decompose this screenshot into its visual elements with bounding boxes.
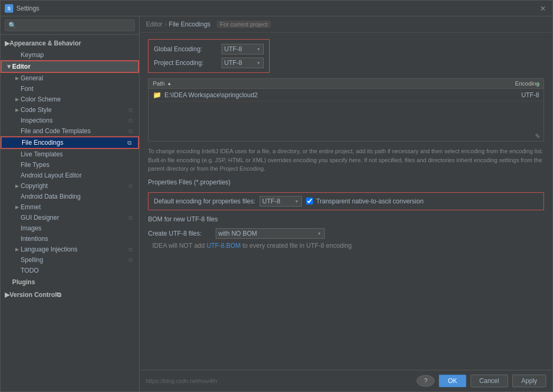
copy-icon: ⧉ (128, 117, 135, 124)
expand-arrow: ▶ (13, 247, 21, 252)
encoding-cell: UTF-8 (476, 91, 539, 99)
add-button[interactable]: + (533, 80, 542, 89)
sidebar-item-label: Live Templates (21, 151, 63, 158)
main-panel: Editor › File Encodings For current proj… (140, 16, 552, 391)
breadcrumb: Editor › File Encodings For current proj… (140, 16, 552, 33)
table-body: 📁 E:\IDEA Workspace\springcloud2 UTF-8 (149, 89, 543, 141)
bom-create-label: Create UTF-8 files: (148, 230, 211, 237)
table-header: Path ▲ Encoding (149, 79, 543, 89)
sidebar-item-language-injections[interactable]: ▶ Language Injections ⧉ (1, 244, 139, 255)
sidebar-item-live-templates[interactable]: Live Templates (1, 149, 139, 160)
expand-arrow: ▶ (13, 107, 21, 113)
sidebar-item-editor[interactable]: ▼ Editor (1, 60, 139, 73)
breadcrumb-sep: › (164, 21, 167, 28)
path-cell: 📁 E:\IDEA Workspace\springcloud2 (153, 91, 476, 99)
sidebar-item-label: Language Injections (21, 246, 77, 253)
sidebar-item-copyright[interactable]: ▶ Copyright ⧉ (1, 181, 139, 191)
sidebar-item-label: Keymap (21, 51, 44, 59)
sidebar-item-gui-designer[interactable]: GUI Designer ⧉ (1, 212, 139, 223)
sidebar-item-label: General (21, 74, 43, 82)
close-button[interactable]: ✕ (538, 3, 548, 14)
folder-icon: 📁 (153, 91, 161, 99)
transparent-checkbox-label[interactable]: Transparent native-to-ascii conversion (316, 198, 423, 205)
transparent-checkbox[interactable] (306, 198, 313, 204)
sidebar-item-general[interactable]: ▶ General (1, 73, 139, 83)
sidebar-item-todo[interactable]: TODO (1, 265, 139, 276)
sidebar-item-code-style[interactable]: ▶ Code Style ⧉ (1, 105, 139, 115)
app-icon: S (5, 4, 13, 13)
sidebar-item-emmet[interactable]: ▶ Emmet (1, 202, 139, 212)
bom-info-after: to every created file in UTF-8 encoding (241, 242, 352, 249)
sidebar-item-inspections[interactable]: Inspections ⧉ (1, 115, 139, 126)
info-text: To change encoding IntelliJ IDEA uses fo… (148, 147, 544, 173)
copy-icon: ⧉ (128, 246, 135, 253)
bom-row: Create UTF-8 files: with NO BOM with BOM… (148, 228, 544, 239)
sidebar-item-images[interactable]: Images (1, 223, 139, 234)
sidebar-item-label: GUI Designer (21, 214, 59, 221)
bom-title: BOM for new UTF-8 files (148, 216, 544, 223)
search-input[interactable] (5, 20, 135, 31)
cancel-button[interactable]: Cancel (471, 375, 508, 387)
bom-link[interactable]: UTF-8.BOM (206, 242, 241, 249)
sidebar-item-label: Code Style (21, 106, 52, 114)
sidebar-item-font[interactable]: Font (1, 83, 139, 94)
sidebar-item-label: Emmet (21, 203, 41, 211)
sidebar-item-appearance[interactable]: ▶ Appearance & Behavior (1, 37, 139, 50)
sidebar-item-label: File and Code Templates (21, 127, 91, 135)
copy-icon: ⧉ (57, 291, 61, 298)
bom-select[interactable]: with NO BOM with BOM with BOM if Windows… (216, 228, 325, 239)
table-row[interactable]: 📁 E:\IDEA Workspace\springcloud2 UTF-8 (149, 89, 543, 101)
help-button[interactable]: ? (417, 375, 435, 387)
project-encoding-select-wrapper: UTF-8 UTF-16 ISO-8859-1 (222, 58, 264, 68)
expand-arrow: ▶ (5, 291, 10, 298)
project-encoding-row: Project Encoding: UTF-8 UTF-16 ISO-8859-… (154, 58, 264, 68)
expand-arrow: ▶ (13, 204, 21, 210)
project-encoding-select[interactable]: UTF-8 UTF-16 ISO-8859-1 (222, 58, 264, 68)
copy-icon: ⧉ (127, 139, 134, 146)
transparent-checkbox-row: Transparent native-to-ascii conversion (306, 198, 423, 205)
sidebar-item-label: Android Data Binding (21, 193, 80, 200)
sidebar-item-color-scheme[interactable]: ▶ Color Scheme (1, 94, 139, 105)
breadcrumb-current: File Encodings (169, 21, 210, 28)
sidebar-item-label: Version Control (10, 291, 57, 298)
sidebar-item-label: Images (21, 225, 41, 232)
sidebar-item-file-encodings[interactable]: File Encodings ⧉ (1, 136, 139, 149)
sidebar-item-file-templates[interactable]: File and Code Templates ⧉ (1, 126, 139, 136)
global-encoding-select[interactable]: UTF-8 UTF-16 ISO-8859-1 (222, 44, 264, 54)
sidebar-item-keymap[interactable]: Keymap (1, 50, 139, 60)
properties-inner: Default encoding for properties files: U… (148, 192, 544, 210)
sidebar-item-label: Appearance & Behavior (10, 40, 81, 47)
props-encoding-select[interactable]: UTF-8 UTF-16 ISO-8859-1 (260, 196, 302, 207)
path-value: E:\IDEA Workspace\springcloud2 (164, 91, 258, 99)
sidebar-item-version-control[interactable]: ▶ Version Control ⧉ (1, 288, 139, 301)
sidebar-item-spelling[interactable]: Spelling ⧉ (1, 255, 139, 265)
sidebar-item-plugins[interactable]: Plugins (1, 276, 139, 288)
sidebar-item-label: Plugins (12, 278, 35, 286)
copy-icon: ⧉ (128, 107, 135, 114)
sidebar-item-label: TODO (21, 267, 39, 274)
content-area: ▶ Appearance & Behavior Keymap ▼ Editor … (1, 16, 552, 391)
expand-arrow: ▶ (13, 97, 21, 102)
apply-button[interactable]: Apply (512, 375, 546, 387)
expand-arrow: ▶ (13, 183, 21, 189)
search-box (1, 16, 139, 35)
sidebar-item-label: File Encodings (22, 139, 63, 146)
global-encoding-label: Global Encoding: (154, 45, 217, 53)
sidebar-item-android-data-binding[interactable]: Android Data Binding (1, 191, 139, 202)
project-tag: For current project (217, 21, 271, 28)
col-encoding-header: Encoding (476, 80, 539, 87)
expand-arrow: ▶ (5, 40, 10, 47)
sidebar-item-label: File Types (21, 161, 49, 169)
copy-icon: ⧉ (128, 128, 135, 135)
settings-window: S Settings ✕ ▶ Appearance & Behavior Key… (0, 0, 553, 392)
properties-title: Properties Files (*.properties) (148, 179, 544, 186)
encoding-section: Global Encoding: UTF-8 UTF-16 ISO-8859-1… (148, 39, 270, 73)
sidebar: ▶ Appearance & Behavior Keymap ▼ Editor … (1, 16, 140, 391)
footer: https://blog.csdn.net/nov4th ? OK Cancel… (140, 370, 552, 391)
sidebar-item-android-layout[interactable]: Android Layout Editor (1, 170, 139, 181)
sidebar-item-intentions[interactable]: Intentions (1, 234, 139, 244)
ok-button[interactable]: OK (439, 375, 466, 387)
edit-button[interactable]: ✎ (533, 133, 542, 140)
sidebar-item-label: Color Scheme (21, 96, 61, 103)
sidebar-item-file-types[interactable]: File Types (1, 160, 139, 170)
